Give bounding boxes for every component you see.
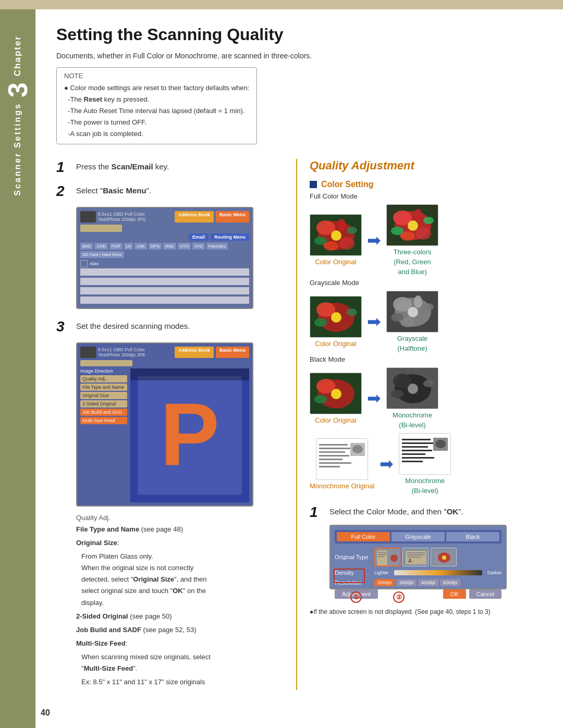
- job-build-note: Job Build and SADF (see page 52, 53): [76, 624, 286, 636]
- step-3-number: 3: [56, 318, 71, 335]
- res-400-btn[interactable]: 400dpi: [418, 579, 438, 586]
- original-size-menu-item[interactable]: Original Size: [80, 392, 127, 399]
- basic-menu-btn[interactable]: Basic Menu: [216, 211, 249, 223]
- svg-point-10: [347, 227, 357, 234]
- step-3: 3 Set the desired scanning modes.: [56, 318, 286, 335]
- grayscale-mode-label: Grayscale Mode: [310, 279, 542, 287]
- res-200-btn[interactable]: 200dpi: [374, 579, 395, 586]
- multi-size-label: Multi-Size Feed:: [76, 638, 286, 649]
- svg-rect-69: [378, 552, 386, 553]
- step-2: 2 Select "Basic Menu".: [56, 183, 286, 200]
- screen2-basic-menu-btn[interactable]: Basic Menu: [216, 347, 249, 358]
- svg-point-66: [435, 440, 446, 448]
- routing-menu-btn[interactable]: Routing Menu: [211, 233, 249, 241]
- monochrome-sub: (Bi-level): [399, 421, 425, 429]
- svg-rect-51: [319, 455, 349, 456]
- monochrome-original-block: Monochrome Original: [310, 438, 374, 490]
- grayscale-original-block: Color Original: [310, 296, 362, 348]
- sidebar-chapter-label: Chapter: [13, 35, 23, 76]
- screen2-address-book-btn[interactable]: Address Book: [175, 347, 214, 358]
- original-type-icon-2[interactable]: A: [402, 548, 429, 566]
- original-type-icon-3[interactable]: [431, 548, 457, 566]
- svg-point-34: [414, 295, 422, 308]
- three-colors-sub: (Red, Green: [394, 258, 431, 266]
- quality-adj-menu-item[interactable]: Quality Adj...: [80, 375, 127, 382]
- svg-point-27: [347, 309, 357, 316]
- black-mode-row: Color Original ➡ Monochrom: [310, 367, 542, 429]
- svg-point-25: [331, 312, 341, 323]
- resolution-label: Resolution: [335, 579, 371, 586]
- svg-point-73: [390, 554, 398, 562]
- res-600-btn[interactable]: 600dpi: [440, 579, 460, 586]
- svg-rect-49: [319, 448, 350, 449]
- two-sided-menu-item[interactable]: 2-Sided Original: [80, 400, 127, 408]
- file-type-menu-item[interactable]: File Type and Name: [80, 384, 127, 391]
- original-type-icon-1[interactable]: [374, 548, 400, 566]
- darker-label: Darker: [487, 570, 501, 575]
- cancel-btn[interactable]: Cancel: [469, 589, 501, 599]
- svg-rect-60: [402, 446, 428, 448]
- full-color-mode-label: Full Color Mode: [310, 192, 542, 200]
- svg-rect-62: [402, 453, 425, 455]
- lighter-label: Lighter: [374, 570, 389, 575]
- svg-point-83: [442, 556, 446, 560]
- original-size-note: From Platen Glass only. When the origina…: [81, 551, 286, 608]
- address-book-btn[interactable]: Address Book: [175, 211, 214, 223]
- svg-point-11: [337, 219, 346, 231]
- svg-rect-64: [402, 461, 423, 462]
- density-bar[interactable]: [394, 570, 482, 575]
- grayscale-tab[interactable]: Grayscale: [391, 532, 445, 541]
- three-colors-label: Three-colors: [394, 248, 432, 256]
- full-color-original-label: Color Original: [315, 258, 356, 266]
- svg-rect-52: [319, 459, 342, 460]
- monochrome-original-label: Monochrome Original: [310, 482, 374, 490]
- mono-result-block: Monochrome (Bi-level): [399, 433, 451, 495]
- section-square-icon: [310, 181, 317, 188]
- svg-point-21: [400, 231, 415, 241]
- ex-note: Ex: 8.5" x 11" and 11" x 17" size origin…: [81, 676, 286, 688]
- annotation-1: ①: [350, 591, 362, 603]
- quality-adj-caption: Quality Adj.: [76, 514, 286, 522]
- full-color-original-block: Color Original: [310, 214, 362, 266]
- step-2-text: Select "Basic Menu".: [76, 183, 151, 195]
- svg-point-44: [408, 384, 418, 394]
- svg-point-7: [339, 237, 354, 250]
- black-color-original-block: Color Original: [310, 373, 362, 424]
- screen-2-mockup: 8.5x11 OBD Full ColorText/Photo 200dpi J…: [76, 342, 253, 507]
- step-1: 1 Press the Scan/Email key.: [56, 159, 286, 176]
- grayscale-label: Grayscale: [397, 335, 428, 342]
- ok-btn[interactable]: OK: [443, 589, 466, 599]
- mono-result-label: Monochrome: [405, 477, 445, 485]
- page-title: Setting the Scanning Quality: [56, 25, 542, 44]
- file-type-note: File Type and Name (see page 48): [76, 524, 286, 535]
- three-colors-image: [386, 204, 438, 246]
- resolution-options: 200dpi 300dpi 400dpi 600dpi: [374, 579, 460, 586]
- resolution-row: Resolution 200dpi 300dpi 400dpi 600dpi: [335, 579, 501, 586]
- multi-size-note: When scanning mixed size originals, sele…: [81, 651, 286, 674]
- color-setting-header: Color Setting: [310, 180, 542, 189]
- svg-text:A: A: [408, 558, 412, 564]
- note-content: ● Color mode settings are reset to their…: [64, 82, 249, 140]
- original-type-label: Original Type: [335, 554, 371, 560]
- job-build-menu-item[interactable]: Job Build and SAO: [80, 409, 127, 416]
- step-2-number: 2: [56, 183, 71, 200]
- page-subtitle: Documents, whether in Full Color or Mono…: [56, 52, 542, 60]
- svg-rect-71: [378, 556, 384, 557]
- left-column: 1 Press the Scan/Email key. 2 Select "Ba…: [56, 159, 296, 690]
- arrow-full-color: ➡: [367, 232, 381, 249]
- mono-result-sub: (Bi-level): [412, 487, 438, 495]
- svg-rect-77: [407, 554, 425, 556]
- black-mode-label: Black Mode: [310, 355, 542, 363]
- res-300-btn[interactable]: 300dpi: [396, 579, 417, 586]
- full-color-original-image: [310, 214, 362, 256]
- full-color-tab[interactable]: Full Color: [337, 532, 390, 541]
- multi-size-menu-item[interactable]: Multi-Size Feed: [80, 417, 127, 424]
- email-btn[interactable]: Email: [189, 233, 209, 241]
- svg-rect-63: [402, 457, 434, 459]
- black-tab[interactable]: Black: [446, 532, 499, 541]
- svg-point-12: [324, 241, 338, 251]
- annotation-2: ②: [393, 591, 405, 603]
- step-1-text: Press the Scan/Email key.: [76, 159, 169, 171]
- svg-point-16: [415, 227, 431, 240]
- svg-point-19: [423, 217, 434, 224]
